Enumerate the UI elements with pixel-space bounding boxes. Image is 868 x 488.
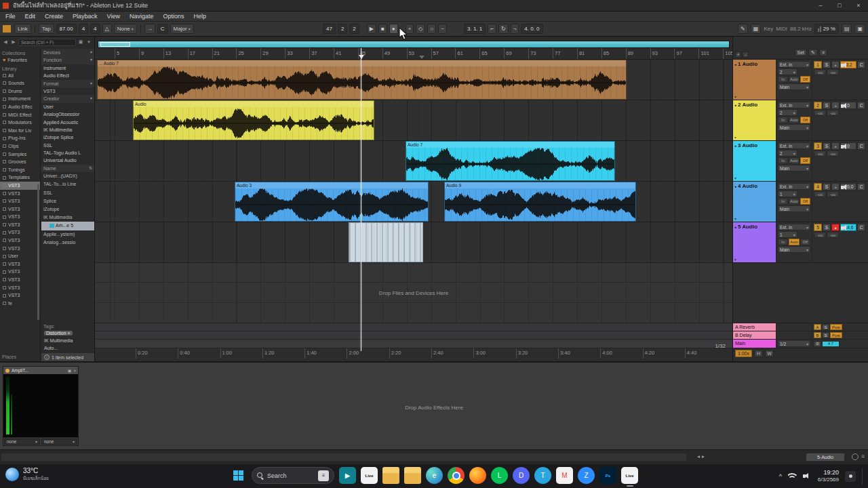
plugin-list-item[interactable]: User xyxy=(0,252,40,260)
search-input[interactable]: Search ≡ xyxy=(252,467,334,484)
main-track-header[interactable]: Main 1/2▾ 0 4.7 xyxy=(733,340,868,348)
playback-speed-field[interactable]: 1.00x xyxy=(735,350,752,357)
punch-in-button[interactable]: ⌐ xyxy=(488,24,496,34)
playhead[interactable] xyxy=(361,48,361,351)
library-item[interactable]: Tunings xyxy=(0,166,40,174)
return-name-block[interactable]: A Reverb xyxy=(733,323,776,331)
library-item[interactable]: Templates xyxy=(0,174,40,182)
send-amount-field[interactable]: -oo xyxy=(814,69,826,75)
overview-zoom-box[interactable] xyxy=(100,42,130,47)
filter-vst3[interactable]: VST3 xyxy=(41,87,94,95)
library-item[interactable]: Audio Effec xyxy=(0,103,40,111)
browser-result-item[interactable]: ▸ SSL xyxy=(41,189,94,197)
track-name-block[interactable]: ●2 Audio ▾ xyxy=(733,100,776,140)
return-track-header[interactable]: A Reverb A S Post xyxy=(733,323,868,331)
main-volume-field[interactable]: 4.7 xyxy=(822,341,840,347)
library-item[interactable]: Samples xyxy=(0,150,40,159)
creator-filter-item[interactable]: TAL-Togu Audio L xyxy=(41,149,94,157)
scale-root-select[interactable]: C xyxy=(157,24,168,34)
library-header[interactable]: Library xyxy=(0,64,40,72)
zoom-width-button[interactable]: W xyxy=(765,350,774,357)
output-select[interactable]: Main▾ xyxy=(778,205,810,212)
volume-field[interactable]: 0 xyxy=(840,102,856,109)
play-button[interactable]: ▶ xyxy=(367,24,376,34)
minimize-button[interactable]: – xyxy=(811,0,830,11)
tag-item[interactable]: Auto... xyxy=(41,344,94,352)
punch-out-button[interactable]: ¬ xyxy=(511,24,519,34)
library-item[interactable]: Instrument xyxy=(0,95,40,103)
notification-icon[interactable] xyxy=(845,471,856,482)
main-track-lane[interactable] xyxy=(95,340,732,348)
input-type-select[interactable]: Ext. In▾ xyxy=(778,183,810,190)
arm-record-button[interactable]: ● xyxy=(831,102,840,109)
device-output-select[interactable]: none▾ xyxy=(41,439,77,445)
browser-result-item[interactable]: ▸ Analog...sessio xyxy=(41,239,94,247)
track-activator-button[interactable]: 1 xyxy=(814,61,822,68)
arrangement-overview[interactable] xyxy=(98,41,730,48)
plugin-list-item[interactable]: fe xyxy=(0,300,40,308)
pan-field[interactable]: C xyxy=(857,142,865,150)
pan-field[interactable]: C xyxy=(857,61,865,68)
plugin-list-item[interactable]: VST3 xyxy=(0,276,40,284)
menu-item[interactable]: Options xyxy=(163,13,184,20)
solo-button[interactable]: S xyxy=(823,183,831,190)
pan-field[interactable]: C xyxy=(857,102,865,109)
device-hotswap-icon[interactable]: ▣ xyxy=(68,368,72,373)
track-name-block[interactable]: ●3 Audio ▾ xyxy=(733,141,776,181)
plugin-list-item[interactable]: VST3 xyxy=(0,190,40,198)
return-activator-button[interactable]: A xyxy=(814,324,821,330)
monitor-button[interactable]: Auto xyxy=(789,157,799,164)
audio-clip[interactable]: Audio 3 xyxy=(235,182,429,222)
send-amount-field[interactable]: -oo xyxy=(827,110,839,116)
show-panels-button[interactable]: ▣ xyxy=(854,24,865,34)
stop-button[interactable]: ■ xyxy=(378,24,387,34)
sidebar-item-favorites[interactable]: ♥ Favorites xyxy=(0,56,40,64)
browser-result-item[interactable]: ▸ TAL-To...io Line xyxy=(41,180,94,188)
fold-track-icon[interactable]: ▾ xyxy=(734,135,736,140)
taskbar-app-icon[interactable] xyxy=(469,467,486,484)
solo-button[interactable]: S xyxy=(823,61,831,68)
return-track-header[interactable]: B Delay B S Post xyxy=(733,331,868,340)
track-activator-button[interactable]: 5 xyxy=(814,224,822,231)
taskbar-app-icon[interactable]: Ps xyxy=(599,467,616,484)
input-channel-select[interactable]: 2▾ xyxy=(778,109,797,116)
expand-tracks-button[interactable]: + xyxy=(735,52,741,58)
output-select[interactable]: Main▾ xyxy=(778,165,810,171)
filter-creator[interactable]: Creator▾ xyxy=(41,95,94,102)
zoom-height-button[interactable]: H xyxy=(754,350,763,357)
device-title-bar[interactable]: AmpliT... ▣ × xyxy=(3,367,78,374)
results-name-header[interactable]: Name⇅ xyxy=(41,165,94,172)
track-lane[interactable]: Audio 7 xyxy=(95,141,732,182)
clock-widget[interactable]: 19:20 6/3/2569 xyxy=(818,469,839,483)
create-locator-button[interactable]: Set xyxy=(795,49,808,56)
output-select[interactable]: Main▾ xyxy=(778,246,810,253)
monitor-button[interactable]: Off xyxy=(800,76,810,83)
fold-track-icon[interactable]: ▾ xyxy=(734,257,736,262)
loop-button[interactable]: ↻ xyxy=(498,24,509,34)
menu-item[interactable]: Help xyxy=(194,13,207,20)
library-item[interactable]: Drums xyxy=(0,87,40,96)
time-signature-numerator[interactable]: 4 xyxy=(79,24,88,34)
collections-header[interactable]: Collections xyxy=(0,49,40,56)
draw-mode-button[interactable]: ✎ xyxy=(738,24,748,34)
monitor-button[interactable]: In xyxy=(778,117,788,123)
input-channel-select[interactable]: 1▾ xyxy=(778,231,797,238)
solo-button[interactable]: S xyxy=(823,224,831,231)
monitor-button[interactable]: Off xyxy=(800,117,810,123)
fold-track-icon[interactable]: ▾ xyxy=(734,94,736,99)
menu-item[interactable]: Navigate xyxy=(130,13,154,20)
device-activator-icon[interactable] xyxy=(5,369,9,373)
wifi-icon[interactable] xyxy=(788,472,797,480)
taskbar-app-icon[interactable] xyxy=(448,467,465,484)
send-amount-field[interactable]: -oo xyxy=(814,191,826,197)
plugin-list-item[interactable]: VST3 xyxy=(0,237,40,245)
scale-name-select[interactable]: Major▾ xyxy=(170,24,194,34)
return-activator-button[interactable]: B xyxy=(814,332,821,338)
key-map-toggle[interactable]: Key xyxy=(764,26,773,32)
track-activator-button[interactable]: 2 xyxy=(814,102,822,109)
tempo-field[interactable]: 87.00 xyxy=(56,24,77,34)
follow-button[interactable]: → xyxy=(144,24,155,34)
playhead-marker-icon[interactable] xyxy=(359,55,364,59)
creator-filter-item[interactable]: Universal Audio xyxy=(41,157,94,164)
plugin-list-item[interactable]: VST3 xyxy=(0,268,40,276)
